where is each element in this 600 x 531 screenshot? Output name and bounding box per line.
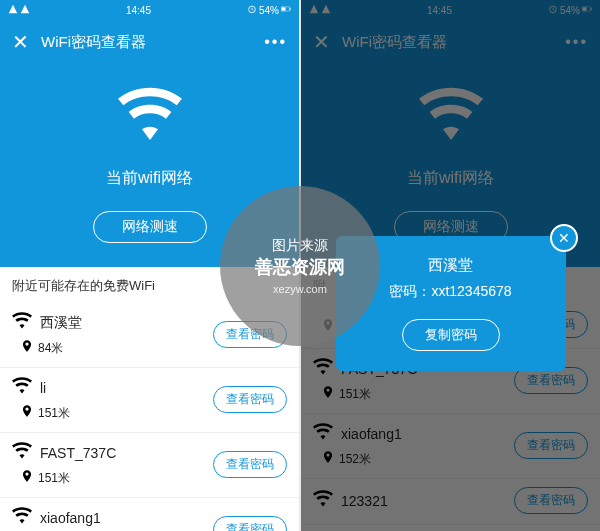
- current-wifi-label: 当前wifi网络: [0, 168, 299, 189]
- wifi-name: xiaofang1: [40, 510, 101, 526]
- location-icon: [20, 339, 34, 357]
- app-bar: ✕ WiFi密码查看器 •••: [0, 20, 299, 64]
- status-time: 14:45: [126, 5, 151, 16]
- wifi-list-item[interactable]: li 151米 查看密码: [0, 368, 299, 433]
- signal-icon: [20, 4, 30, 16]
- copy-password-button[interactable]: 复制密码: [402, 319, 500, 351]
- wifi-icon: [0, 84, 299, 152]
- svg-rect-2: [281, 7, 285, 10]
- speed-test-button[interactable]: 网络测速: [93, 211, 207, 243]
- wifi-distance: 151米: [38, 405, 70, 422]
- view-password-button[interactable]: 查看密码: [213, 386, 287, 413]
- battery-percent: 54%: [259, 5, 279, 16]
- location-icon: [20, 404, 34, 422]
- wifi-icon: [12, 311, 32, 335]
- wifi-icon: [12, 376, 32, 400]
- phone-right: 14:45 54% ✕ WiFi密码查看器 ••• 当前wifi网络 网络测速 …: [301, 0, 600, 531]
- location-icon: [20, 469, 34, 487]
- wifi-distance: 84米: [38, 340, 63, 357]
- more-icon[interactable]: •••: [264, 33, 287, 51]
- wifi-name: li: [40, 380, 46, 396]
- view-password-button[interactable]: 查看密码: [213, 516, 287, 532]
- phone-left: 14:45 54% ✕ WiFi密码查看器 ••• 当前wifi网络 网络测速 …: [0, 0, 299, 531]
- svg-rect-3: [290, 8, 291, 11]
- app-title: WiFi密码查看器: [41, 33, 264, 52]
- wifi-name: FAST_737C: [40, 445, 116, 461]
- view-password-button[interactable]: 查看密码: [213, 451, 287, 478]
- battery-icon: [281, 4, 291, 16]
- view-password-button[interactable]: 查看密码: [213, 321, 287, 348]
- wifi-list-item[interactable]: xiaofang1 152米 查看密码: [0, 498, 299, 531]
- alarm-icon: [247, 4, 257, 16]
- dialog-close-button[interactable]: ✕: [550, 224, 578, 252]
- wifi-list-item[interactable]: FAST_737C 151米 查看密码: [0, 433, 299, 498]
- close-icon[interactable]: ✕: [12, 30, 29, 54]
- hero-section: 当前wifi网络 网络测速: [0, 64, 299, 267]
- wifi-list-item[interactable]: 西溪堂 84米 查看密码: [0, 303, 299, 368]
- wifi-icon: [12, 506, 32, 530]
- password-dialog: ✕ 西溪堂 密码：xxt12345678 复制密码: [336, 236, 566, 371]
- nearby-wifi-title: 附近可能存在的免费WiFi: [0, 267, 299, 303]
- wifi-distance: 151米: [38, 470, 70, 487]
- signal-icon: [8, 4, 18, 16]
- wifi-icon: [12, 441, 32, 465]
- dialog-password: 密码：xxt12345678: [352, 283, 550, 301]
- wifi-name: 西溪堂: [40, 314, 82, 332]
- dialog-ssid: 西溪堂: [352, 256, 550, 275]
- status-bar: 14:45 54%: [0, 0, 299, 20]
